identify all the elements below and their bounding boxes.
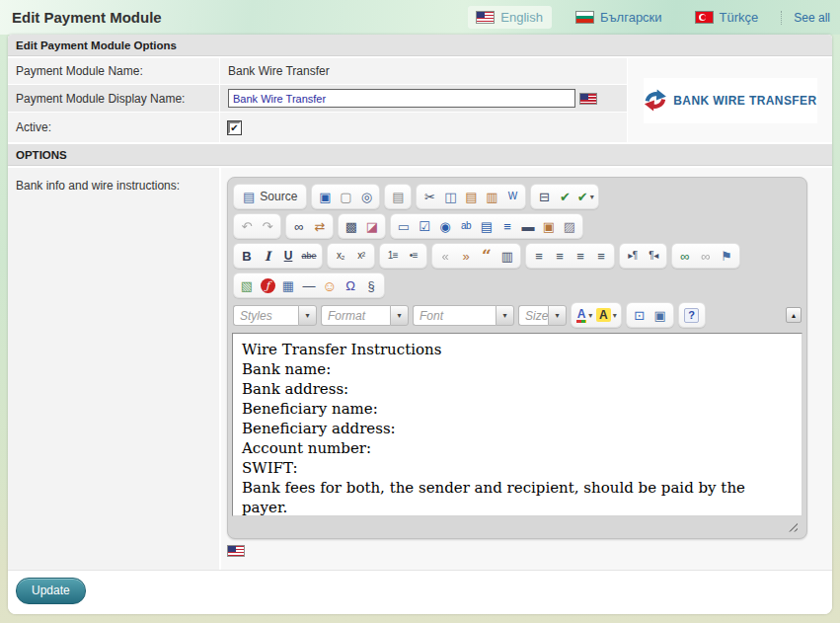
new-page-button[interactable]: ▢ <box>336 187 355 206</box>
update-button[interactable]: Update <box>16 578 86 604</box>
align-right-button[interactable]: ≡ <box>571 246 590 266</box>
link-button[interactable]: ∞ <box>675 246 695 266</box>
show-blocks-button[interactable]: ▣ <box>650 305 670 325</box>
language-bulgarian[interactable]: Български <box>568 6 671 29</box>
maximize-button[interactable]: ⊡ <box>630 305 649 325</box>
image-button[interactable]: ▧ <box>237 275 257 295</box>
decrease-indent-button: « <box>435 246 455 266</box>
text-field-button[interactable]: ab <box>456 216 476 236</box>
collapse-toolbar-button[interactable]: ▴ <box>786 307 802 323</box>
editor-line: Bank fees for both, the sender and recip… <box>242 478 793 516</box>
spell-check-as-you-type-button[interactable]: ✔▾ <box>575 187 595 206</box>
language-english[interactable]: English <box>468 6 552 29</box>
bulleted-list-button[interactable]: •≡ <box>404 246 423 266</box>
source-button[interactable]: ▤Source <box>237 187 303 206</box>
source-label: Source <box>260 190 297 203</box>
templates-button[interactable]: ▤ <box>388 187 408 206</box>
italic-icon: I <box>265 250 270 263</box>
size-dropdown[interactable]: Size <box>518 305 548 326</box>
div-container-button[interactable]: ▥ <box>497 246 517 266</box>
anchor-button[interactable]: ⚑ <box>717 246 736 266</box>
find-button[interactable]: ∞ <box>289 216 309 236</box>
preview-button[interactable]: ◎ <box>356 187 376 206</box>
image-button-button[interactable]: ▣ <box>539 216 559 236</box>
text-direction-rtl-button[interactable]: ¶◂ <box>644 246 663 266</box>
superscript-button[interactable]: x² <box>351 246 371 266</box>
section-header-options: OPTIONS <box>8 144 832 166</box>
special-character-button[interactable]: Ω <box>341 275 360 295</box>
strikethrough-button[interactable]: abe <box>299 246 319 266</box>
new-page-icon: ▢ <box>340 191 351 203</box>
resize-handle-icon[interactable] <box>787 521 798 532</box>
print-button[interactable]: ⊟ <box>534 187 554 206</box>
styles-dropdown[interactable]: Styles <box>233 305 298 326</box>
text-direction-ltr-button[interactable]: ▸¶ <box>623 246 643 266</box>
font-dropdown[interactable]: Font <box>413 305 496 326</box>
select-all-icon: ▩ <box>345 220 357 233</box>
size-dropdown-button[interactable]: ▾ <box>548 305 567 326</box>
display-name-cell <box>220 85 627 112</box>
hidden-field-button[interactable]: ▨ <box>560 216 579 236</box>
blockquote-button[interactable]: “ <box>477 246 496 266</box>
toolbar-group: ▤Source <box>233 184 307 209</box>
check-spelling-icon: ✔ <box>560 191 571 203</box>
align-left-button[interactable]: ≡ <box>529 246 549 266</box>
redo-icon: ↷ <box>263 220 273 233</box>
font-dropdown-button[interactable]: ▾ <box>496 305 514 326</box>
subscript-button[interactable]: x₂ <box>331 246 350 266</box>
italic-button[interactable]: I <box>258 246 277 266</box>
horizontal-rule-button[interactable]: — <box>299 275 319 295</box>
format-dropdown-button[interactable]: ▾ <box>390 305 409 326</box>
format-dropdown[interactable]: Format <box>321 305 390 326</box>
smiley-button[interactable]: ☺ <box>320 275 340 295</box>
paste-plain-text-button[interactable]: ▥ <box>482 187 501 206</box>
checkbox-button[interactable]: ☑ <box>415 216 434 236</box>
selection-field-button[interactable]: ≡ <box>497 216 517 236</box>
radio-button-icon: ◉ <box>439 220 450 233</box>
paste-icon: ▤ <box>465 191 477 203</box>
radio-button-button[interactable]: ◉ <box>435 216 455 236</box>
active-checkbox[interactable]: ✔ <box>228 121 241 134</box>
styles-dropdown-button[interactable]: ▾ <box>298 305 317 326</box>
save-button[interactable]: ▣ <box>315 187 335 206</box>
see-all-link[interactable]: See all <box>781 11 830 25</box>
language-switcher: EnglishБългарскиTürkçe <box>452 6 767 29</box>
cut-button[interactable]: ✂ <box>420 187 439 206</box>
language-label: English <box>500 10 543 25</box>
button-button[interactable]: ▬ <box>518 216 538 236</box>
selection-field-icon: ≡ <box>503 220 511 233</box>
name-label: Payment Module Name: <box>8 58 219 84</box>
section-header-edit-options: Edit Payment Module Options <box>8 35 832 56</box>
flash-button[interactable]: ƒ <box>258 275 277 295</box>
about-button[interactable]: ? <box>682 305 702 325</box>
toolbar-group: ✂◫▤▥W <box>416 184 526 209</box>
form-button[interactable]: ▭ <box>394 216 414 236</box>
toolbar-group: ▣▢◎ <box>311 184 380 209</box>
align-center-button[interactable]: ≡ <box>550 246 570 266</box>
table-button[interactable]: ▦ <box>278 275 298 295</box>
editor-line: Beneficiary address: <box>242 419 793 438</box>
paste-button[interactable]: ▤ <box>461 187 481 206</box>
display-name-input[interactable] <box>228 89 575 108</box>
text-color-button[interactable]: A▾ <box>574 305 594 325</box>
copy-button[interactable]: ◫ <box>440 187 460 206</box>
background-color-button[interactable]: A▾ <box>595 305 618 325</box>
toolbar-group: ≡≡≡≡ <box>525 243 615 269</box>
paste-from-word-button[interactable]: W <box>502 187 522 206</box>
replace-button[interactable]: ⇄ <box>310 216 330 236</box>
increase-indent-button[interactable]: » <box>456 246 476 266</box>
payment-module-form: Payment Module Name: Bank Wire Transfer … <box>8 58 832 142</box>
remove-format-button[interactable]: ◪ <box>362 216 382 236</box>
underline-button[interactable]: U <box>278 246 298 266</box>
textarea-button[interactable]: ▤ <box>477 216 496 236</box>
check-icon: ✔ <box>230 123 238 132</box>
language-turkish[interactable]: Türkçe <box>687 6 768 29</box>
editor-content[interactable]: Wire Transfer InstructionsBank name:Bank… <box>232 333 802 516</box>
numbered-list-button[interactable]: 1≡ <box>383 246 403 266</box>
bold-button[interactable]: B <box>237 246 257 266</box>
check-spelling-button[interactable]: ✔ <box>555 187 574 206</box>
page-break-button[interactable]: § <box>361 275 381 295</box>
editor-field-label: Bank info and wire instructions: <box>8 168 219 570</box>
select-all-button[interactable]: ▩ <box>342 216 361 236</box>
align-justify-button[interactable]: ≡ <box>591 246 611 266</box>
